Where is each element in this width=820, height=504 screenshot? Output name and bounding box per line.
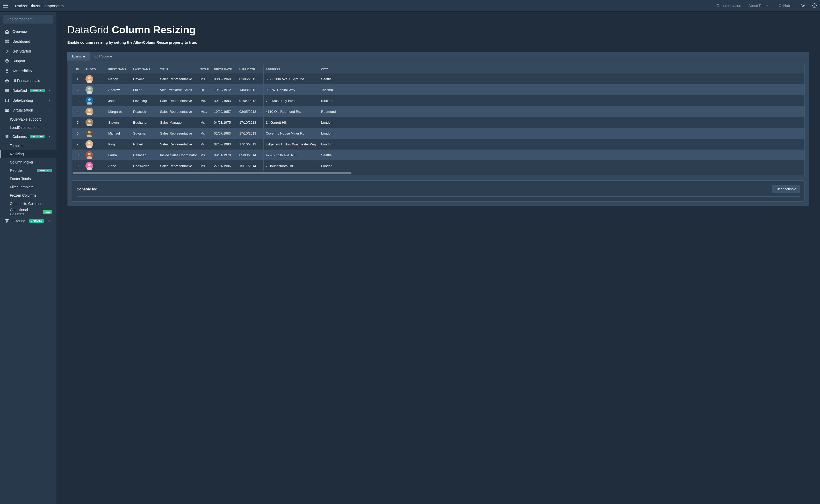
top-link-documentation[interactable]: Documentation [717,4,741,8]
column-header[interactable]: TITLE [158,65,198,73]
sidebar-item-label: Resizing [10,152,52,156]
cell-addr: 908 W. Capital Way [264,84,319,95]
nav-list[interactable]: OverviewDashboardGet StartedSupportAcces… [0,27,56,504]
console-panel: Console log Clear console [72,180,805,202]
sidebar-item-label: Column Picker [10,160,52,164]
main-content[interactable]: DataGrid Column Resizing Enable column r… [56,12,820,504]
table-row[interactable]: 1NancyDavolioSales RepresentativeMs.08/1… [72,73,804,84]
cell-addr: Edgeham Hollow Winchester Way [264,139,319,150]
sidebar-item-get-started[interactable]: Get Started [0,46,56,56]
sidebar-item-template[interactable]: Template [0,142,56,150]
svg-point-22 [5,79,9,82]
cell-city: Kirkland [319,95,342,106]
table-row[interactable]: 8LauraCallahanInside Sales CoordinatorMs… [72,150,804,160]
sidebar-item-dashboard[interactable]: Dashboard [0,36,56,46]
menu-toggle-button[interactable] [0,0,11,12]
sun-icon [801,3,805,8]
table-row[interactable]: 3JanetLeverlingSales RepresentativeMs.30… [72,95,804,106]
column-header[interactable]: ADDRESS [264,65,319,73]
cell-hdate: 01/05/2012 [237,73,264,84]
sidebar-item-footer-totals[interactable]: Footer Totals [0,175,56,183]
sidebar-item-filtering[interactable]: FilteringUPDATED [0,216,56,226]
cell-lname: Callahan [131,150,158,160]
table-row[interactable]: 2AndrewFullerVice President, SalesDr.19/… [72,84,804,95]
cell-toc: Ms. [198,150,212,160]
theme-toggle-button[interactable] [797,0,809,12]
sidebar-item-label: IQueryable support [10,117,52,121]
filter-icon [5,219,9,223]
svg-point-3 [802,5,804,6]
tab-edit-source[interactable]: Edit Source [90,52,116,61]
cell-photo [83,160,106,171]
home-icon [5,29,9,34]
search-input[interactable] [3,15,53,24]
sidebar-item-reorder[interactable]: ReorderUPDATED [0,166,56,175]
table-row[interactable]: 5StevenBuchananSales ManagerMr.04/03/197… [72,117,804,128]
column-header[interactable]: TITLE … [198,65,212,73]
help-icon [5,59,9,63]
top-link-github[interactable]: GitHub [779,4,790,8]
sidebar-item-iqueryable-support[interactable]: IQueryable support [0,115,56,123]
badge-updated: UPDATED [30,135,45,138]
table-row[interactable]: 7KingRobertSales RepresentativeMr.02/07/… [72,139,804,150]
sidebar-item-overview[interactable]: Overview [0,27,56,36]
topbar: Radzen Blazor Components Documentation A… [0,0,820,12]
cell-photo [83,128,106,139]
table-row[interactable]: 4MargaretPeacockSales RepresentativeMrs.… [72,106,804,117]
cell-city: Seattle [319,73,342,84]
svg-rect-31 [6,109,7,110]
sidebar-item-virtualization[interactable]: Virtualization [0,105,56,115]
scrollbar-thumb[interactable] [73,172,352,174]
page-title-strong: Column Resizing [112,24,195,35]
cell-title: Sales Manager [158,117,198,128]
sidebar-item-datagrid[interactable]: DataGridUPDATED [0,86,56,95]
column-header[interactable]: CITY [319,65,342,73]
sidebar-item-loaddata-support[interactable]: LoadData support [0,123,56,132]
svg-line-7 [804,7,804,7]
column-header[interactable]: HIRE DATE [237,65,264,73]
svg-point-42 [88,109,91,112]
avatar [85,151,93,159]
cell-toc: Ms. [198,160,212,171]
cell-lname: Robert [131,139,158,150]
cell-photo [83,84,106,95]
sidebar-item-conditional-columns[interactable]: Conditional ColumnsNEW [0,208,56,216]
svg-point-20 [7,69,8,70]
table-row[interactable]: 6MichaelSuyamaSales RepresentativeMr.02/… [72,128,804,139]
sidebar-item-label: Get Started [12,49,52,53]
badge-updated: UPDATED [29,219,44,223]
cell-toc: Mr. [198,128,212,139]
sidebar-item-columns[interactable]: ColumnsUPDATED [0,132,56,142]
cell-title: Sales Representative [158,106,198,117]
sidebar-item-frozen-columns[interactable]: Frozen Columns [0,191,56,199]
clear-console-button[interactable]: Clear console [772,185,800,193]
sidebar-item-label: Footer Totals [10,177,52,181]
column-header[interactable]: LAST NAME [131,65,158,73]
sidebar-item-column-picker[interactable]: Column Picker [0,158,56,166]
column-header[interactable]: PHOTO [83,65,106,73]
column-header[interactable]: ID [72,65,83,73]
table-row[interactable]: 9AnneDodsworthSales RepresentativeMs.27/… [72,160,804,171]
cell-photo [83,95,106,106]
sidebar-item-accessibility[interactable]: Accessibility [0,66,56,76]
tab-example[interactable]: Example [67,52,90,61]
cell-id: 3 [72,95,83,106]
cell-id: 4 [72,106,83,117]
top-link-about[interactable]: About Radzen [749,4,772,8]
sidebar-item-support[interactable]: Support [0,56,56,66]
sidebar-item-data-binding[interactable]: Data-binding [0,95,56,105]
badge-updated: UPDATED [37,169,52,172]
settings-button[interactable] [809,0,820,12]
column-header[interactable]: FIRST NAME [106,65,131,73]
chevron-down-icon [47,98,52,103]
sidebar-item-composite-columns[interactable]: Composite Columns [0,199,56,208]
sidebar-item-label: Template [10,144,52,148]
sidebar-item-ui-fundamentals[interactable]: UI Fundamentals [0,76,56,86]
sidebar-item-resizing[interactable]: Resizing [0,150,56,158]
svg-rect-32 [6,110,7,112]
grid-horizontal-scrollbar[interactable] [72,171,804,175]
column-header[interactable]: BIRTH DATE [212,65,237,73]
sidebar-item-filter-template[interactable]: Filter Template [0,183,56,191]
avatar [85,162,93,170]
chevron-up-icon [48,134,52,139]
